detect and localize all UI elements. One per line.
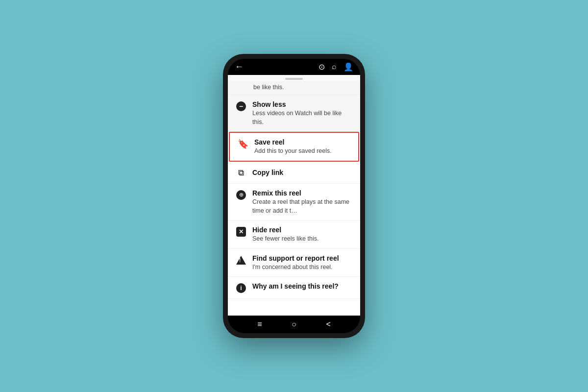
- copy-link-text: Copy link: [252, 168, 352, 177]
- nav-back-button[interactable]: <: [326, 320, 330, 329]
- nav-home-button[interactable]: ≡: [257, 320, 262, 329]
- why-seeing-text: Why am I seeing this reel?: [252, 282, 352, 291]
- show-less-title: Show less: [252, 100, 352, 109]
- bookmark-icon: 🔖: [238, 139, 248, 149]
- hide-icon: ✕: [236, 226, 246, 237]
- camera-icon[interactable]: ⊙: [318, 62, 325, 72]
- profile-icon[interactable]: 👤: [343, 62, 353, 72]
- remix-icon: ⊕: [236, 190, 246, 200]
- app-header: ← ⊙ ⌕ 👤: [228, 59, 360, 75]
- search-icon[interactable]: ⌕: [332, 62, 337, 72]
- menu-item-remix-reel[interactable]: ⊕ Remix this reel Create a reel that pla…: [228, 184, 360, 220]
- bottom-navigation: ≡ ○ <: [228, 316, 360, 333]
- phone-screen: ← ⊙ ⌕ 👤 be like this. −: [228, 59, 360, 333]
- back-button[interactable]: ←: [235, 62, 244, 72]
- remix-reel-text: Remix this reel Create a reel that plays…: [252, 189, 352, 215]
- copy-link-title: Copy link: [252, 168, 352, 177]
- menu-item-save-reel[interactable]: 🔖 Save reel Add this to your saved reels…: [229, 132, 359, 162]
- remix-reel-title: Remix this reel: [252, 189, 352, 197]
- menu-item-copy-link[interactable]: ⧉ Copy link: [228, 162, 360, 184]
- report-reel-title: Find support or report reel: [252, 254, 352, 263]
- menu-item-report-reel[interactable]: Find support or report reel I'm concerne…: [228, 249, 360, 277]
- warning-icon: [236, 255, 246, 266]
- partial-text-item: be like this.: [228, 81, 360, 95]
- phone-frame: ← ⊙ ⌕ 👤 be like this. −: [223, 54, 365, 338]
- save-reel-subtitle: Add this to your saved reels.: [254, 147, 350, 156]
- scroll-pill: [285, 78, 303, 80]
- copy-icon: ⧉: [236, 168, 246, 178]
- show-less-text: Show less Less videos on Watch will be l…: [252, 100, 352, 126]
- minus-icon: −: [236, 101, 246, 112]
- hide-reel-subtitle: See fewer reels like this.: [252, 235, 352, 244]
- hide-reel-text: Hide reel See fewer reels like this.: [252, 225, 352, 244]
- menu-item-show-less[interactable]: − Show less Less videos on Watch will be…: [228, 95, 360, 132]
- header-icons: ⊙ ⌕ 👤: [318, 62, 353, 72]
- scroll-handle: [228, 75, 360, 81]
- save-reel-text: Save reel Add this to your saved reels.: [254, 138, 350, 156]
- nav-home-circle-button[interactable]: ○: [292, 320, 296, 329]
- why-seeing-title: Why am I seeing this reel?: [252, 282, 352, 291]
- hide-reel-title: Hide reel: [252, 225, 352, 234]
- remix-reel-subtitle: Create a reel that plays at the same tim…: [252, 198, 352, 215]
- info-icon: i: [236, 283, 246, 294]
- menu-item-why-seeing[interactable]: i Why am I seeing this reel?: [228, 277, 360, 299]
- report-reel-text: Find support or report reel I'm concerne…: [252, 254, 352, 272]
- report-reel-subtitle: I'm concerned about this reel.: [252, 263, 352, 272]
- menu-item-hide-reel[interactable]: ✕ Hide reel See fewer reels like this.: [228, 220, 360, 249]
- save-reel-title: Save reel: [254, 138, 350, 147]
- show-less-subtitle: Less videos on Watch will be like this.: [252, 109, 352, 126]
- screen-content: be like this. − Show less Less videos on…: [228, 75, 360, 316]
